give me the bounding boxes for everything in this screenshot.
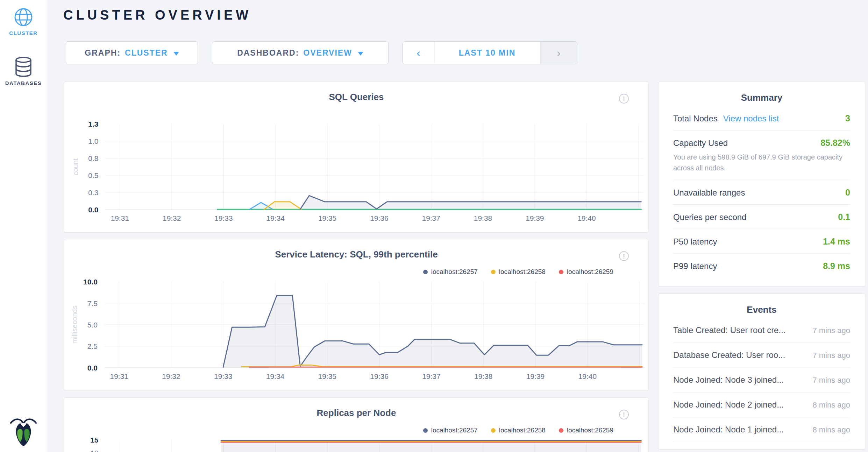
chart-plot-area[interactable]: 151050 [64, 398, 648, 452]
time-next-button[interactable]: › [540, 42, 577, 64]
svg-text:19:40: 19:40 [578, 372, 597, 380]
chart-plot-area[interactable]: 10.07.55.02.50.019:3119:3219:3319:3419:3… [64, 239, 648, 390]
legend-label: localhost:26258 [499, 426, 546, 434]
svg-text:19:39: 19:39 [526, 214, 544, 222]
svg-text:19:35: 19:35 [318, 372, 336, 380]
svg-text:10: 10 [90, 449, 98, 452]
right-column: Summary Total NodesView nodes list3Capac… [658, 82, 865, 450]
summary-row: P50 latency1.4 ms [673, 229, 850, 253]
svg-text:19:38: 19:38 [474, 372, 492, 380]
event-timestamp: 8 mins ago [812, 425, 850, 435]
legend-item[interactable]: localhost:26259 [559, 268, 613, 276]
dashboard-dropdown[interactable]: DASHBOARD: OVERVIEW [212, 41, 389, 64]
summary-rows: Total NodesView nodes list3Capacity Used… [673, 106, 850, 278]
summary-value: 8.9 ms [823, 261, 850, 271]
y-axis-labels: 1.31.00.80.50.30.0 [88, 120, 98, 214]
chart-title: Replicas per Node [64, 408, 648, 418]
database-icon [14, 56, 33, 77]
svg-text:19:34: 19:34 [266, 372, 285, 380]
summary-label: P99 latency [673, 261, 717, 271]
view-nodes-list-link[interactable]: View nodes list [723, 114, 779, 123]
controls-bar: GRAPH: CLUSTER DASHBOARD: OVERVIEW ‹ LAS… [66, 41, 577, 64]
legend-item[interactable]: localhost:26259 [559, 426, 613, 434]
chart-canvas-replicas-per-node[interactable]: 151050 [64, 398, 648, 452]
svg-text:5.0: 5.0 [87, 321, 98, 329]
time-range-label[interactable]: LAST 10 MIN [434, 42, 540, 64]
svg-text:19:34: 19:34 [266, 214, 285, 222]
charts-column: 1.31.00.80.50.30.019:3119:3219:3319:3419… [64, 82, 649, 452]
svg-text:19:36: 19:36 [370, 214, 388, 222]
svg-text:10.0: 10.0 [83, 278, 98, 286]
legend-dot-icon [491, 428, 496, 433]
graph-dropdown-label: GRAPH: [85, 48, 121, 58]
gridlines [105, 124, 644, 210]
svg-text:19:32: 19:32 [163, 214, 181, 222]
graph-dropdown-value: CLUSTER [125, 48, 168, 58]
dashboard-dropdown-label: DASHBOARD: [237, 48, 299, 58]
svg-text:0.0: 0.0 [88, 206, 98, 214]
chart-canvas-sql-queries[interactable]: 1.31.00.80.50.30.019:3119:3219:3319:3419… [64, 82, 648, 232]
summary-label: Capacity Used [673, 138, 728, 148]
event-row: Node Joined: Node 3 joined...7 mins ago [673, 368, 850, 393]
y-axis-unit-label: milliseconds [71, 306, 78, 344]
legend-dot-icon [491, 270, 496, 274]
svg-text:0.0: 0.0 [87, 364, 98, 372]
sidebar-item-cluster[interactable]: CLUSTER [0, 7, 47, 36]
summary-row: P99 latency8.9 ms [673, 253, 850, 278]
event-rows: Table Created: User root cre...7 mins ag… [673, 318, 850, 442]
legend-label: localhost:26259 [567, 426, 613, 434]
summary-row: Unavailable ranges0 [673, 180, 850, 204]
legend-item[interactable]: localhost:26258 [491, 426, 546, 434]
legend-item[interactable]: localhost:26258 [491, 268, 546, 276]
event-timestamp: 8 mins ago [812, 401, 850, 410]
legend-dot-icon [559, 428, 563, 433]
legend-dot-icon [423, 270, 428, 274]
svg-text:19:32: 19:32 [162, 372, 180, 380]
chart-card-replicas-per-node: 151050 Replicas per Node localhost:26257… [64, 397, 649, 452]
event-text: Database Created: User roo... [673, 350, 785, 360]
chevron-down-icon [173, 52, 179, 56]
info-icon[interactable] [619, 251, 629, 261]
event-timestamp: 7 mins ago [812, 326, 850, 335]
legend-item[interactable]: localhost:26257 [423, 268, 478, 276]
sidebar-item-label: CLUSTER [0, 30, 47, 36]
event-row: Database Created: User roo...7 mins ago [673, 343, 850, 368]
event-timestamp: 7 mins ago [812, 376, 850, 385]
y-axis-labels: 10.07.55.02.50.0 [83, 278, 98, 372]
chart-plot-area[interactable]: 1.31.00.80.50.30.019:3119:3219:3319:3419… [64, 82, 648, 232]
info-icon[interactable] [619, 94, 629, 104]
time-prev-button[interactable]: ‹ [403, 42, 434, 64]
event-row: Node Joined: Node 1 joined...8 mins ago [673, 417, 850, 442]
dashboard-dropdown-value: OVERVIEW [303, 48, 352, 58]
sidebar-item-databases[interactable]: DATABASES [0, 56, 47, 86]
chart-canvas-service-latency[interactable]: 10.07.55.02.50.019:3119:3219:3319:3419:3… [64, 239, 648, 390]
summary-row: Capacity Used85.82%You are using 598.9 G… [673, 130, 850, 180]
sidebar: CLUSTER DATABASES [0, 0, 47, 452]
event-timestamp: 7 mins ago [812, 351, 850, 360]
sidebar-item-label: DATABASES [0, 80, 47, 86]
chart-legend: localhost:26257localhost:26258localhost:… [423, 268, 613, 276]
y-axis-labels: 151050 [90, 436, 99, 452]
info-icon[interactable] [619, 410, 629, 419]
chart-title: Service Latency: SQL, 99th percentile [64, 249, 648, 260]
chart-series [218, 196, 641, 210]
chart-series [221, 440, 641, 452]
series-area-localhost-26257 [223, 295, 642, 367]
chart-title: SQL Queries [64, 92, 648, 103]
svg-text:19:38: 19:38 [474, 214, 492, 222]
event-text: Node Joined: Node 2 joined... [673, 400, 784, 410]
event-text: Node Joined: Node 1 joined... [673, 425, 784, 435]
chart-legend: localhost:26257localhost:26258localhost:… [423, 426, 613, 434]
legend-dot-icon [559, 270, 563, 274]
graph-dropdown[interactable]: GRAPH: CLUSTER [66, 41, 198, 64]
chart-card-sql-queries: 1.31.00.80.50.30.019:3119:3219:3319:3419… [64, 82, 649, 233]
svg-text:19:35: 19:35 [318, 214, 336, 222]
time-range-selector: ‹ LAST 10 MIN › [403, 41, 577, 64]
globe-icon [13, 7, 34, 27]
events-panel: Events Table Created: User root cre...7 … [658, 294, 865, 450]
event-row: Table Created: User root cre...7 mins ag… [673, 318, 850, 343]
legend-label: localhost:26257 [431, 426, 478, 434]
legend-item[interactable]: localhost:26257 [423, 426, 478, 434]
svg-text:19:40: 19:40 [577, 214, 596, 222]
svg-text:19:33: 19:33 [214, 372, 232, 380]
